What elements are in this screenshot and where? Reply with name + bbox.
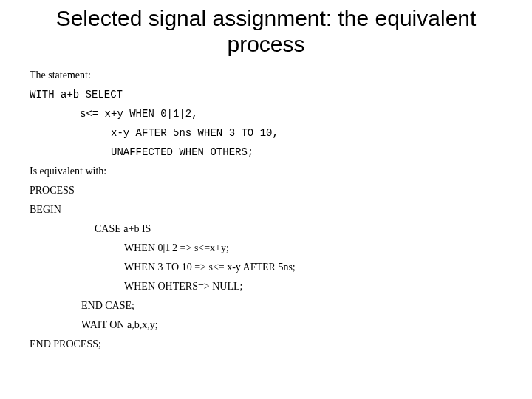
code-line-with: WITH a+b SELECT — [30, 89, 502, 100]
proc-line-begin: BEGIN — [30, 205, 502, 215]
slide-title: Selected signal assignment: the equivale… — [30, 6, 502, 57]
code-line-sle: s<= x+y WHEN 0|1|2, — [30, 109, 502, 119]
proc-line-endcase: END CASE; — [30, 301, 502, 311]
proc-line-endprocess: END PROCESS; — [30, 339, 502, 349]
proc-line-when2: WHEN 3 TO 10 => s<= x-y AFTER 5ns; — [30, 262, 502, 273]
code-line-after: x-y AFTER 5ns WHEN 3 TO 10, — [30, 128, 502, 138]
proc-line-case: CASE a+b IS — [30, 224, 502, 234]
proc-line-when1: WHEN 0|1|2 => s<=x+y; — [30, 243, 502, 253]
proc-line-when3: WHEN OHTERS=> NULL; — [30, 282, 502, 292]
equivalent-label: Is equivalent with: — [30, 166, 502, 177]
statement-label: The statement: — [30, 70, 502, 81]
code-line-unaffected: UNAFFECTED WHEN OTHERS; — [30, 147, 502, 157]
proc-line-wait: WAIT ON a,b,x,y; — [30, 320, 502, 330]
proc-line-process: PROCESS — [30, 185, 502, 196]
